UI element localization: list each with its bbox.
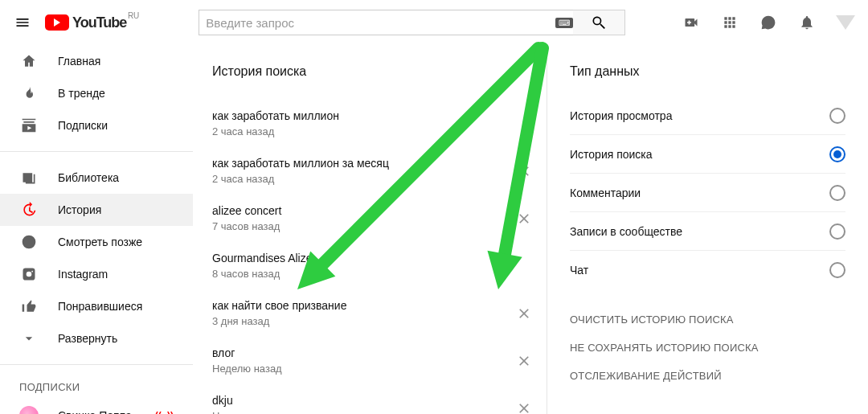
type-panel-title: Тип данных [570, 64, 845, 79]
history-entry[interactable]: dkjuНеделю назад [212, 386, 540, 414]
subscription-item[interactable]: Свинка Пеппа...((●)) [0, 400, 193, 414]
close-icon [516, 305, 532, 322]
search-button[interactable] [573, 10, 625, 35]
history-query: Gourmandises Alize [212, 252, 508, 264]
search-input[interactable] [199, 10, 584, 35]
history-timestamp: Неделю назад [212, 363, 508, 375]
avatar-triangle-icon [836, 15, 855, 30]
sidebar-nav: ГлавнаяВ трендеПодписки БиблиотекаИстори… [0, 45, 193, 414]
locale-badge: RU [128, 11, 139, 20]
video-plus-icon [683, 14, 699, 31]
sidebar-item-label: История [58, 203, 101, 216]
delete-entry-button[interactable] [508, 163, 540, 179]
home-icon [19, 51, 39, 71]
history-query: dkju [212, 394, 508, 407]
keyboard-icon[interactable]: ⌨ [555, 18, 573, 28]
account-avatar[interactable] [836, 13, 855, 32]
header-actions [682, 13, 855, 32]
history-timestamp: 8 часов назад [212, 268, 508, 280]
history-query: alizee concert [212, 204, 508, 217]
history-type-label: Записи в сообществе [570, 225, 682, 238]
radio-icon [829, 108, 845, 124]
sidebar-item-instagram[interactable]: Instagram [0, 258, 193, 290]
close-icon [516, 211, 532, 227]
history-entry[interactable]: как найти свое призвание3 дня назад [212, 291, 540, 338]
sidebar-item-главная[interactable]: Главная [0, 45, 193, 77]
history-query: как заработать миллион [212, 109, 508, 122]
apps-button[interactable] [720, 13, 739, 32]
delete-entry-button[interactable] [508, 211, 540, 227]
sidebar-subs-heading: ПОДПИСКИ [0, 375, 193, 400]
history-entry[interactable]: alizee concert7 часов назад [212, 196, 540, 244]
main-content: История поиска как заработать миллион2 ч… [193, 45, 868, 414]
live-badge-icon: ((●)) [155, 410, 174, 414]
history-icon [19, 200, 39, 219]
history-action-link[interactable]: НЕ СОХРАНЯТЬ ИСТОРИЮ ПОИСКА [570, 334, 845, 362]
liked-icon [19, 297, 39, 316]
history-query: как найти свое призвание [212, 299, 508, 312]
history-type-label: История поиска [570, 148, 653, 161]
history-type-option[interactable]: Комментарии [570, 174, 845, 212]
history-entry[interactable]: влогНеделю назад [212, 338, 540, 386]
radio-icon [829, 146, 845, 162]
sidebar-item-подписки[interactable]: Подписки [0, 109, 193, 141]
sidebar-item-история[interactable]: История [0, 194, 193, 226]
close-icon [516, 400, 532, 415]
sidebar-item-понравившиеся[interactable]: Понравившиеся [0, 290, 193, 322]
search-icon [591, 14, 607, 31]
sidebar-item-развернуть[interactable]: Развернуть [0, 322, 193, 355]
instagram-icon [19, 264, 39, 284]
hamburger-menu-button[interactable] [13, 13, 32, 32]
history-type-option[interactable]: Записи в сообществе [570, 212, 845, 251]
history-type-label: Чат [570, 264, 588, 277]
sidebar-item-в-тренде[interactable]: В тренде [0, 77, 193, 109]
history-timestamp: 2 часа назад [212, 125, 508, 137]
notifications-button[interactable] [797, 13, 817, 32]
hamburger-icon [14, 14, 31, 31]
sidebar-divider [0, 364, 193, 365]
history-type-label: Комментарии [570, 187, 641, 199]
history-query: влог [212, 346, 508, 359]
sidebar-item-label: В тренде [58, 87, 105, 100]
history-type-label: История просмотра [570, 109, 672, 122]
messages-button[interactable] [759, 13, 778, 32]
history-entry[interactable]: Gourmandises Alize8 часов назад [212, 244, 540, 291]
logo-text: YouTube [72, 14, 126, 31]
history-type-option[interactable]: История просмотра [570, 96, 845, 135]
sidebar-item-label: Развернуть [58, 332, 117, 345]
delete-entry-button[interactable] [508, 353, 540, 369]
sidebar-item-label: Главная [58, 55, 100, 68]
close-icon [516, 163, 532, 179]
delete-entry-button[interactable] [508, 400, 540, 415]
youtube-logo[interactable]: YouTube RU [45, 14, 126, 31]
subscriptions-icon [19, 116, 39, 135]
sidebar-item-label: Смотреть позже [58, 236, 142, 248]
expand-icon [19, 329, 39, 348]
search-history-column: История поиска как заработать миллион2 ч… [193, 45, 547, 414]
history-timestamp: 3 дня назад [212, 315, 508, 327]
bell-icon [799, 14, 815, 31]
trending-icon [19, 84, 39, 103]
close-icon [516, 353, 532, 369]
history-action-link[interactable]: ОТСЛЕЖИВАНИЕ ДЕЙСТВИЙ [570, 362, 845, 390]
delete-entry-button[interactable] [508, 305, 540, 322]
history-type-option[interactable]: История поиска [570, 135, 845, 174]
history-entry[interactable]: как заработать миллион2 часа назад [212, 101, 540, 149]
history-title: История поиска [212, 64, 540, 79]
history-entry[interactable]: как заработать миллион за месяц2 часа на… [212, 149, 540, 196]
sidebar-item-label: Понравившиеся [58, 300, 142, 313]
sidebar-item-смотреть-позже[interactable]: Смотреть позже [0, 226, 193, 258]
grid-icon [722, 14, 738, 31]
create-video-button[interactable] [682, 13, 701, 32]
history-timestamp: 2 часа назад [212, 173, 508, 185]
sidebar-item-библиотека[interactable]: Библиотека [0, 162, 193, 194]
history-action-link[interactable]: ОЧИСТИТЬ ИСТОРИЮ ПОИСКА [570, 305, 845, 334]
channel-name: Свинка Пеппа... [58, 409, 155, 414]
sidebar-item-label: Instagram [58, 268, 108, 281]
sidebar-item-label: Подписки [58, 119, 108, 132]
sidebar-divider [0, 151, 193, 152]
library-icon [19, 168, 39, 187]
history-type-option[interactable]: Чат [570, 251, 845, 289]
youtube-play-icon [45, 14, 69, 31]
radio-icon [829, 262, 845, 278]
